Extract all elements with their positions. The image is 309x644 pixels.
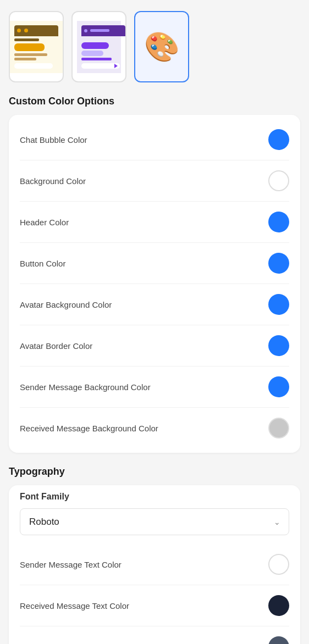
sender-text-label: Sender Message Text Color — [20, 560, 122, 569]
color-row-header: Header Color — [20, 202, 289, 243]
received-text-swatch[interactable] — [268, 595, 289, 616]
system-text-label: System Message Text Color — [20, 642, 122, 645]
palette-icon: 🎨 — [144, 30, 180, 64]
avatar-border-label: Avatar Border Color — [20, 341, 92, 351]
custom-color-options-card: Chat Bubble Color Background Color Heade… — [9, 115, 300, 453]
font-family-dropdown-wrapper: Roboto Arial Open Sans Lato Montserrat ⌄ — [20, 508, 289, 535]
button-swatch[interactable] — [268, 253, 289, 274]
system-text-swatch[interactable] — [268, 636, 289, 644]
background-swatch[interactable] — [268, 170, 289, 191]
sender-text-swatch[interactable] — [268, 554, 289, 575]
color-row-avatar-bg: Avatar Background Color — [20, 284, 289, 325]
theme-card-purple[interactable] — [71, 11, 126, 82]
color-row-button: Button Color — [20, 243, 289, 284]
background-label: Background Color — [20, 176, 86, 186]
sender-msg-bg-label: Sender Message Background Color — [20, 382, 151, 392]
typography-card: Font Family Roboto Arial Open Sans Lato … — [9, 485, 300, 644]
received-msg-bg-label: Received Message Background Color — [20, 424, 158, 433]
theme-card-yellow[interactable] — [9, 11, 64, 82]
custom-color-options-title: Custom Color Options — [9, 96, 300, 107]
header-label: Header Color — [20, 218, 69, 227]
chat-bubble-label: Chat Bubble Color — [20, 135, 87, 145]
avatar-bg-swatch[interactable] — [268, 294, 289, 315]
chat-bubble-swatch[interactable] — [268, 129, 289, 150]
color-row-system-text: System Message Text Color — [20, 626, 289, 644]
color-row-sender-text: Sender Message Text Color — [20, 544, 289, 585]
color-row-chat-bubble: Chat Bubble Color — [20, 119, 289, 160]
theme-card-custom[interactable]: 🎨 — [134, 11, 189, 82]
color-row-received-text: Received Message Text Color — [20, 585, 289, 626]
font-family-select[interactable]: Roboto Arial Open Sans Lato Montserrat — [20, 508, 289, 535]
typography-title: Typography — [9, 466, 300, 478]
received-text-label: Received Message Text Color — [20, 601, 129, 610]
color-row-sender-msg-bg: Sender Message Background Color — [20, 367, 289, 408]
header-swatch[interactable] — [268, 212, 289, 232]
theme-selector: 🎨 — [9, 11, 300, 82]
font-family-label: Font Family — [20, 492, 289, 502]
received-msg-bg-swatch[interactable] — [268, 418, 289, 438]
avatar-border-swatch[interactable] — [268, 335, 289, 356]
color-row-received-msg-bg: Received Message Background Color — [20, 408, 289, 448]
color-row-background: Background Color — [20, 160, 289, 202]
avatar-bg-label: Avatar Background Color — [20, 300, 112, 309]
button-label: Button Color — [20, 259, 65, 268]
color-row-avatar-border: Avatar Border Color — [20, 325, 289, 367]
sender-msg-bg-swatch[interactable] — [268, 376, 289, 397]
